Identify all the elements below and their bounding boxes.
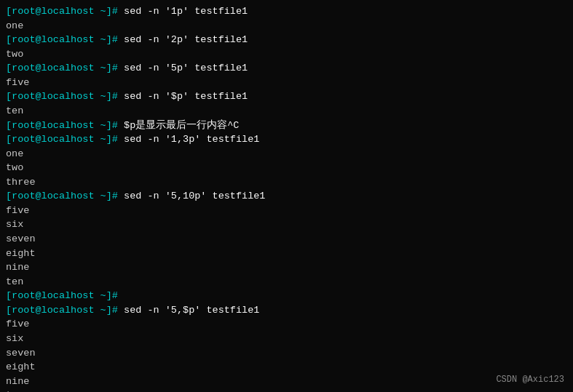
prompt-9: [root@localhost ~]# xyxy=(6,305,124,316)
line-2: [root@localhost ~]# sed -n '2p' testfile… xyxy=(6,33,567,47)
cmd-9: sed -n '5,$p' testfile1 xyxy=(124,305,259,316)
output-14: five xyxy=(6,317,567,332)
prompt-7: [root@localhost ~]# xyxy=(6,191,124,201)
output-11: eight xyxy=(6,247,567,261)
output-1: one xyxy=(6,19,567,33)
cmd-4: sed -n '$p' testfile1 xyxy=(124,91,248,102)
line-4: [root@localhost ~]# sed -n '$p' testfile… xyxy=(6,89,567,104)
output-6: two xyxy=(6,161,567,175)
cmd-7: sed -n '5,10p' testfile1 xyxy=(124,191,265,201)
cmd-6: sed -n '1,3p' testfile1 xyxy=(124,134,259,145)
output-18: nine xyxy=(6,375,567,389)
terminal-window: [root@localhost ~]# sed -n '1p' testfile… xyxy=(0,0,573,392)
prompt-2: [root@localhost ~]# xyxy=(6,34,124,45)
line-3: [root@localhost ~]# sed -n '5p' testfile… xyxy=(6,61,567,76)
prompt-6: [root@localhost ~]# xyxy=(6,134,124,145)
output-19: ten xyxy=(6,388,567,392)
output-4: ten xyxy=(6,104,567,119)
cmd-2: sed -n '2p' testfile1 xyxy=(124,34,248,45)
cmd-3: sed -n '5p' testfile1 xyxy=(124,63,248,73)
prompt-3: [root@localhost ~]# xyxy=(6,63,124,73)
line-8: [root@localhost ~]# xyxy=(6,289,567,303)
prompt-1: [root@localhost ~]# xyxy=(6,6,124,17)
prompt-8: [root@localhost ~]# xyxy=(6,290,124,301)
line-6: [root@localhost ~]# sed -n '1,3p' testfi… xyxy=(6,132,567,147)
output-3: five xyxy=(6,76,567,90)
output-9: six xyxy=(6,217,567,232)
prompt-5: [root@localhost ~]# xyxy=(6,120,124,131)
line-7: [root@localhost ~]# sed -n '5,10p' testf… xyxy=(6,189,567,204)
line-9: [root@localhost ~]# sed -n '5,$p' testfi… xyxy=(6,303,567,318)
cmd-5: $p是显示最后一行内容^C xyxy=(124,120,239,131)
output-13: ten xyxy=(6,275,567,289)
output-12: nine xyxy=(6,260,567,275)
output-10: seven xyxy=(6,232,567,247)
output-7: three xyxy=(6,175,567,190)
line-1: [root@localhost ~]# sed -n '1p' testfile… xyxy=(6,4,567,19)
output-15: six xyxy=(6,332,567,346)
output-2: two xyxy=(6,47,567,62)
watermark: CSDN @Axic123 xyxy=(496,374,564,386)
cmd-1: sed -n '1p' testfile1 xyxy=(124,6,248,17)
output-16: seven xyxy=(6,346,567,361)
output-8: five xyxy=(6,204,567,218)
output-5: one xyxy=(6,147,567,161)
output-17: eight xyxy=(6,360,567,375)
line-5: [root@localhost ~]# $p是显示最后一行内容^C xyxy=(6,119,567,133)
prompt-4: [root@localhost ~]# xyxy=(6,91,124,102)
